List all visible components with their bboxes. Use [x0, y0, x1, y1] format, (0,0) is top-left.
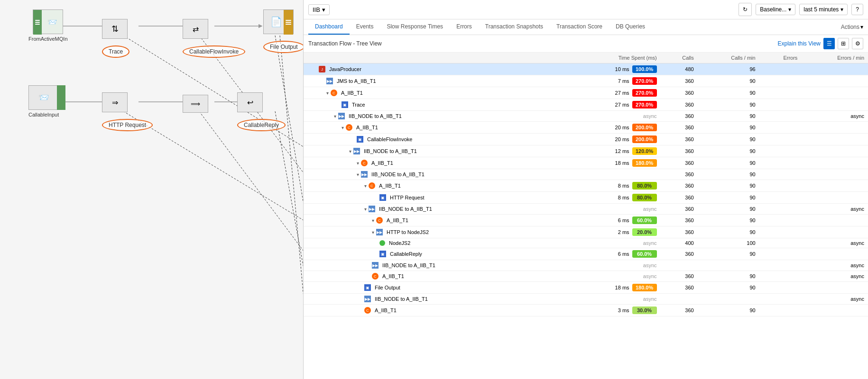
iib-label: IIB [313, 6, 320, 13]
errors-cell [759, 122, 802, 134]
svg-line-12 [280, 36, 303, 297]
time-value: 18 ms [615, 160, 629, 166]
table-row[interactable]: ▾▶▶IIB_NODE to A_IIB_T1async36090async [304, 204, 868, 215]
callablereply-oval-label: CallableReply [237, 119, 286, 131]
calls-min-cell: 90 [698, 215, 759, 226]
row-label: A_IIB_T1 [356, 125, 378, 130]
table-row[interactable]: ▾CA_IIB_T118 ms180.0%36090 [304, 157, 868, 169]
table-row[interactable]: ▾CA_IIB_T127 ms270.0%36090 [304, 87, 868, 99]
pct-badge: 60.0% [632, 217, 657, 224]
data-table: Time Spent (ms) Calls Calls / min Errors… [304, 53, 868, 316]
table-row[interactable]: ▾▶▶IIB_NODE to A_IIB_T136090 [304, 169, 868, 180]
expand-icon[interactable]: ▾ [372, 218, 374, 223]
tab-db-queries[interactable]: DB Queries [609, 19, 652, 35]
table-row[interactable]: JJavaProducer10 ms100.0%48096 [304, 63, 868, 75]
errors-min-cell [801, 180, 868, 192]
calls-cell: 360 [661, 305, 698, 316]
tab-dashboard[interactable]: Dashboard [308, 19, 350, 35]
help-button[interactable]: ? [851, 4, 863, 15]
tab-slow-response[interactable]: Slow Response Times [380, 19, 450, 35]
settings-button[interactable]: ⚙ [852, 38, 863, 49]
table-row[interactable]: ▾CA_IIB_T120 ms200.0%36090 [304, 122, 868, 134]
time-cell [565, 169, 661, 180]
row-label: IIB_NODE to A_IIB_T1 [364, 148, 417, 154]
table-row[interactable]: ▾▶▶HTTP to NodeJS22 ms20.0%36090 [304, 226, 868, 238]
row-icon: ▣ [364, 284, 371, 291]
calls-cell: 360 [661, 111, 698, 122]
calls-min-cell: 90 [698, 305, 759, 316]
row-label: CallableFlowInvoke [367, 136, 412, 142]
refresh-button[interactable]: ↻ [739, 3, 752, 16]
time-cell: 18 ms180.0% [565, 157, 661, 169]
calls-min-cell: 100 [698, 238, 759, 248]
expand-icon[interactable]: ▾ [342, 125, 344, 130]
timerange-dropdown[interactable]: last 5 minutes ▾ [799, 4, 848, 15]
col-errors: Errors [759, 53, 802, 63]
expand-icon[interactable]: ▾ [364, 183, 367, 189]
table-row[interactable]: ▶▶JMS to A_IIB_T17 ms270.0%36090 [304, 75, 868, 87]
table-row[interactable]: ▣Trace27 ms270.0%36090 [304, 99, 868, 111]
errors-cell [759, 215, 802, 226]
calls-min-cell: 90 [698, 157, 759, 169]
row-label: A_IIB_T1 [379, 183, 401, 189]
trace-oval-label: Trace [102, 45, 129, 58]
table-row[interactable]: ▾▶▶IIB_NODE to A_IIB_T112 ms120.0%36090 [304, 145, 868, 157]
expand-icon[interactable]: ▾ [357, 172, 359, 177]
http-oval-label: HTTP Request [102, 119, 153, 131]
expand-icon[interactable]: ▾ [372, 230, 374, 235]
expand-icon[interactable]: ▾ [349, 149, 351, 154]
expand-icon[interactable]: ▾ [326, 90, 329, 96]
calls-cell: 400 [661, 238, 698, 248]
table-row[interactable]: ▾▶▶IIB_NODE to A_IIB_T1async36090async [304, 111, 868, 122]
time-cell: 8 ms80.0% [565, 192, 661, 204]
explain-link[interactable]: Explain this View [778, 40, 821, 47]
errors-min-cell: async [801, 294, 868, 305]
calls-cell [661, 260, 698, 271]
pct-badge: 200.0% [632, 135, 657, 143]
time-value: 27 ms [615, 90, 629, 96]
table-row[interactable]: ▣HTTP Request8 ms80.0%36090 [304, 192, 868, 204]
table-row[interactable]: ▣CallableReply6 ms60.0%36090 [304, 248, 868, 260]
row-icon: C [364, 307, 371, 314]
errors-cell [759, 99, 802, 111]
calls-min-cell [698, 260, 759, 271]
table-row[interactable]: ▾CA_IIB_T16 ms60.0%36090 [304, 215, 868, 226]
calls-min-cell: 90 [698, 111, 759, 122]
grid-icon: ⊞ [841, 40, 846, 47]
table-row[interactable]: CA_IIB_T1async36090async [304, 271, 868, 282]
tab-transaction-score[interactable]: Transaction Score [550, 19, 609, 35]
expand-icon[interactable]: ▾ [357, 161, 359, 166]
row-icon: ▶▶ [376, 229, 383, 235]
baseline-dropdown[interactable]: Baseline... ▾ [756, 4, 795, 15]
errors-min-cell [801, 248, 868, 260]
grid-view-button[interactable]: ⊞ [838, 38, 849, 49]
table-row[interactable]: ▾CA_IIB_T18 ms80.0%36090 [304, 180, 868, 192]
async-label: async [643, 296, 657, 302]
async-label: async [643, 113, 657, 119]
calls-min-cell: 90 [698, 75, 759, 87]
time-value: 8 ms [618, 183, 629, 189]
errors-cell [759, 63, 802, 75]
table-row[interactable]: ▣CallableFlowInvoke20 ms200.0%36090 [304, 134, 868, 145]
table-row[interactable]: ▶▶IIB_NODE to A_IIB_T1asyncasync [304, 294, 868, 305]
iib-selector[interactable]: IIB ▾ [308, 4, 330, 15]
tab-errors[interactable]: Errors [450, 19, 479, 35]
tab-events[interactable]: Events [350, 19, 380, 35]
calls-min-cell: 96 [698, 63, 759, 75]
table-row[interactable]: CA_IIB_T13 ms30.0%36090 [304, 305, 868, 316]
expand-icon[interactable]: ▾ [334, 114, 336, 119]
pct-badge: 30.0% [632, 307, 657, 314]
errors-min-cell [801, 87, 868, 99]
expand-icon[interactable]: ▾ [364, 207, 367, 212]
time-cell: async [565, 111, 661, 122]
row-icon: ▣ [379, 251, 386, 257]
table-row[interactable]: ▶▶IIB_NODE to A_IIB_T1asyncasync [304, 260, 868, 271]
tab-transaction-snapshots[interactable]: Transaction Snapshots [479, 19, 550, 35]
table-row[interactable]: ▣File Output18 ms180.0%36090 [304, 282, 868, 294]
actions-chevron-icon: ▾ [860, 24, 863, 30]
list-view-button[interactable]: ☰ [823, 38, 835, 49]
calls-min-cell: 90 [698, 99, 759, 111]
errors-min-cell [801, 169, 868, 180]
table-row[interactable]: NodeJS2async400100async [304, 238, 868, 248]
calls-cell: 480 [661, 63, 698, 75]
